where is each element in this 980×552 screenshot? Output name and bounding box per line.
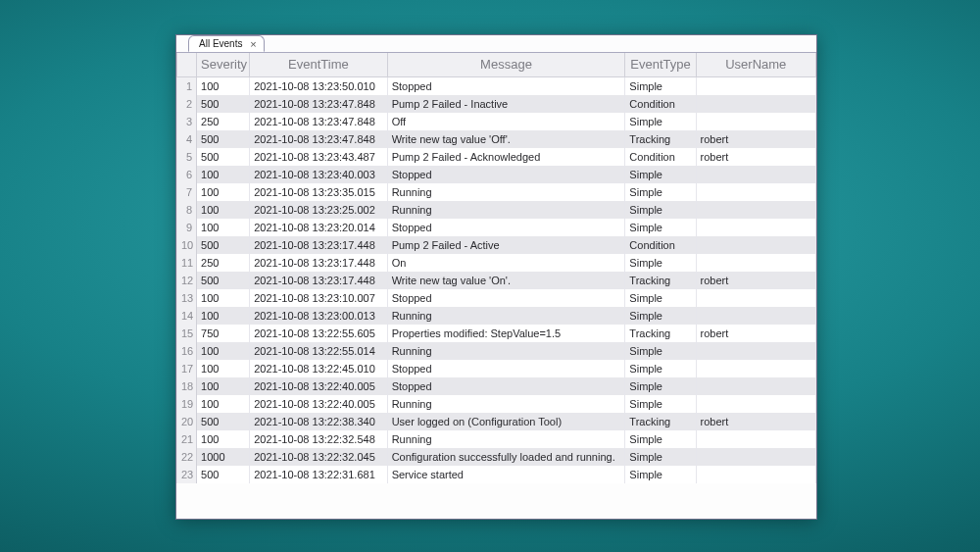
cell-username: robert — [696, 413, 815, 430]
cell-message: Stopped — [387, 289, 625, 307]
cell-username: robert — [696, 148, 815, 166]
table-row[interactable]: 25002021-10-08 13:23:47.848Pump 2 Failed… — [177, 95, 816, 113]
table-row[interactable]: 81002021-10-08 13:23:25.002RunningSimple — [177, 201, 816, 219]
table-row[interactable]: 2210002021-10-08 13:22:32.045Configurati… — [177, 448, 816, 466]
table-row[interactable]: 181002021-10-08 13:22:40.005StoppedSimpl… — [177, 377, 816, 395]
cell-eventtime: 2021-10-08 13:23:43.487 — [250, 148, 387, 166]
cell-severity: 1000 — [197, 448, 250, 466]
cell-severity: 100 — [197, 289, 250, 307]
cell-username — [696, 166, 815, 183]
cell-username: robert — [696, 325, 815, 342]
cell-rownum: 16 — [177, 342, 197, 360]
cell-username — [696, 219, 815, 236]
cell-eventtime: 2021-10-08 13:23:50.010 — [250, 76, 387, 95]
col-eventtime[interactable]: EventTime — [250, 53, 387, 76]
table-row[interactable]: 131002021-10-08 13:23:10.007StoppedSimpl… — [177, 289, 816, 307]
table-row[interactable]: 91002021-10-08 13:23:20.014StoppedSimple — [177, 219, 816, 236]
table-row[interactable]: 171002021-10-08 13:22:45.010StoppedSimpl… — [177, 360, 816, 377]
table-row[interactable]: 55002021-10-08 13:23:43.487Pump 2 Failed… — [177, 148, 816, 166]
cell-message: Stopped — [387, 219, 625, 236]
table-row[interactable]: 125002021-10-08 13:23:17.448Write new ta… — [177, 272, 816, 289]
cell-message: Running — [387, 395, 625, 413]
cell-eventtype: Simple — [625, 377, 696, 395]
cell-severity: 500 — [197, 148, 250, 166]
col-username[interactable]: UserName — [696, 53, 815, 76]
cell-rownum: 18 — [177, 377, 197, 395]
col-severity[interactable]: Severity — [197, 53, 250, 76]
cell-message: Pump 2 Failed - Active — [387, 236, 625, 254]
cell-username — [696, 466, 815, 483]
cell-eventtype: Simple — [625, 466, 696, 483]
cell-eventtype: Simple — [625, 448, 696, 466]
col-rownum[interactable] — [177, 53, 197, 76]
table-row[interactable]: 71002021-10-08 13:23:35.015RunningSimple — [177, 183, 816, 201]
table-row[interactable]: 161002021-10-08 13:22:55.014RunningSimpl… — [177, 342, 816, 360]
table-row[interactable]: 211002021-10-08 13:22:32.548RunningSimpl… — [177, 430, 816, 448]
table-row[interactable]: 235002021-10-08 13:22:31.681Service star… — [177, 466, 816, 483]
cell-message: Configuration successfully loaded and ru… — [387, 448, 625, 466]
cell-severity: 500 — [197, 413, 250, 430]
cell-message: Stopped — [387, 76, 625, 95]
tab-all-events[interactable]: All Events × — [188, 35, 265, 52]
events-grid[interactable]: Severity EventTime Message EventType Use… — [176, 53, 816, 519]
col-message[interactable]: Message — [387, 53, 625, 76]
cell-message: Running — [387, 307, 625, 325]
cell-severity: 100 — [197, 360, 250, 377]
table-row[interactable]: 32502021-10-08 13:23:47.848OffSimple — [177, 113, 816, 130]
table-row[interactable]: 105002021-10-08 13:23:17.448Pump 2 Faile… — [177, 236, 816, 254]
cell-eventtime: 2021-10-08 13:23:17.448 — [250, 272, 387, 289]
cell-severity: 250 — [197, 113, 250, 130]
cell-eventtime: 2021-10-08 13:23:17.448 — [250, 254, 387, 272]
col-eventtype[interactable]: EventType — [625, 53, 696, 76]
close-icon[interactable]: × — [248, 39, 258, 49]
cell-message: Pump 2 Failed - Inactive — [387, 95, 625, 113]
cell-username — [696, 236, 815, 254]
table-row[interactable]: 45002021-10-08 13:23:47.848Write new tag… — [177, 130, 816, 148]
cell-eventtime: 2021-10-08 13:22:45.010 — [250, 360, 387, 377]
cell-rownum: 7 — [177, 183, 197, 201]
cell-eventtype: Tracking — [625, 272, 696, 289]
cell-eventtime: 2021-10-08 13:22:55.605 — [250, 325, 387, 342]
cell-eventtime: 2021-10-08 13:23:00.013 — [250, 307, 387, 325]
cell-severity: 500 — [197, 236, 250, 254]
events-panel: All Events × Severity EventTime Message … — [175, 34, 817, 520]
cell-eventtype: Simple — [625, 166, 696, 183]
cell-message: Off — [387, 113, 625, 130]
table-row[interactable]: 191002021-10-08 13:22:40.005RunningSimpl… — [177, 395, 816, 413]
cell-message: User logged on (Configuration Tool) — [387, 413, 625, 430]
table-row[interactable]: 141002021-10-08 13:23:00.013RunningSimpl… — [177, 307, 816, 325]
cell-rownum: 3 — [177, 113, 197, 130]
cell-username — [696, 113, 815, 130]
cell-message: Stopped — [387, 166, 625, 183]
tab-label: All Events — [199, 39, 242, 49]
column-header-row: Severity EventTime Message EventType Use… — [177, 53, 816, 76]
cell-rownum: 21 — [177, 430, 197, 448]
cell-message: Running — [387, 183, 625, 201]
cell-username — [696, 254, 815, 272]
table-row[interactable]: 112502021-10-08 13:23:17.448OnSimple — [177, 254, 816, 272]
cell-eventtype: Simple — [625, 395, 696, 413]
cell-eventtime: 2021-10-08 13:22:55.014 — [250, 342, 387, 360]
table-row[interactable]: 61002021-10-08 13:23:40.003StoppedSimple — [177, 166, 816, 183]
cell-username: robert — [696, 272, 815, 289]
cell-severity: 100 — [197, 307, 250, 325]
cell-eventtype: Simple — [625, 430, 696, 448]
cell-message: Running — [387, 201, 625, 219]
cell-eventtime: 2021-10-08 13:23:10.007 — [250, 289, 387, 307]
cell-rownum: 2 — [177, 95, 197, 113]
table-row[interactable]: 205002021-10-08 13:22:38.340User logged … — [177, 413, 816, 430]
cell-eventtype: Simple — [625, 201, 696, 219]
cell-eventtype: Simple — [625, 254, 696, 272]
cell-rownum: 13 — [177, 289, 197, 307]
cell-eventtime: 2021-10-08 13:22:40.005 — [250, 395, 387, 413]
cell-username — [696, 342, 815, 360]
table-row[interactable]: 157502021-10-08 13:22:55.605Properties m… — [177, 325, 816, 342]
cell-rownum: 19 — [177, 395, 197, 413]
cell-eventtype: Simple — [625, 76, 696, 95]
table-row[interactable]: 11002021-10-08 13:23:50.010StoppedSimple — [177, 76, 816, 95]
cell-eventtype: Condition — [625, 236, 696, 254]
cell-username — [696, 95, 815, 113]
cell-rownum: 17 — [177, 360, 197, 377]
cell-rownum: 1 — [177, 76, 197, 95]
cell-severity: 500 — [197, 130, 250, 148]
